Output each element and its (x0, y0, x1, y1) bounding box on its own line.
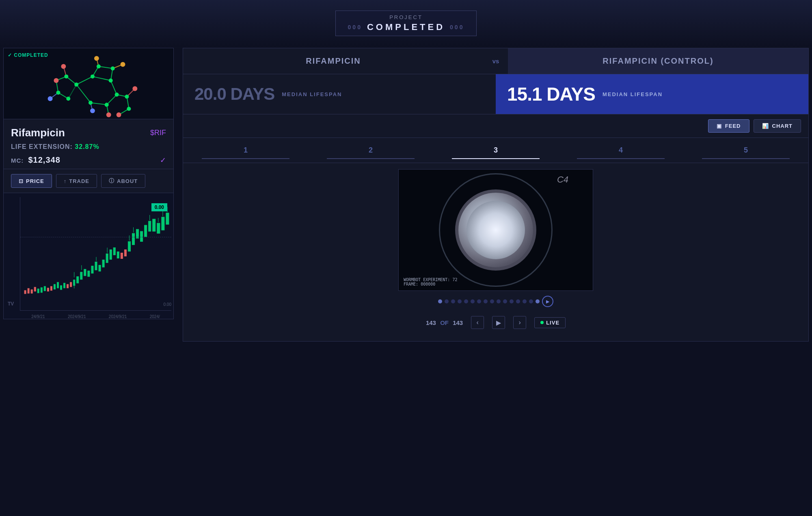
next-frame-button[interactable]: › (513, 316, 526, 329)
svg-rect-62 (77, 277, 79, 283)
lifespan-row: 20.0 DAYS MEDIAN LIFESPAN 15.1 DAYS MEDI… (183, 74, 808, 114)
svg-rect-58 (64, 283, 65, 288)
tab-price[interactable]: ⊡ PRICE (11, 174, 52, 188)
completed-label: 000 COMPLETED 000 (348, 22, 464, 32)
svg-rect-83 (157, 223, 160, 233)
svg-rect-85 (166, 213, 169, 224)
svg-point-36 (125, 95, 129, 99)
tradingview-logo: TV (8, 301, 14, 307)
svg-rect-54 (50, 286, 52, 290)
svg-rect-52 (44, 286, 45, 291)
svg-point-33 (54, 78, 58, 83)
svg-line-7 (99, 67, 113, 69)
progress-dot (529, 299, 533, 303)
num-tab-1[interactable]: 1 (183, 142, 308, 159)
svg-rect-46 (24, 290, 26, 294)
svg-rect-50 (37, 289, 39, 293)
progress-dot (464, 299, 468, 303)
svg-rect-55 (54, 284, 55, 289)
life-extension-row: LIFE EXTENSION: 32.87% (11, 143, 166, 150)
worm-image (455, 189, 536, 271)
svg-point-26 (109, 79, 113, 83)
feed-button[interactable]: ▣ FEED (708, 119, 749, 133)
progress-dot (490, 299, 494, 303)
play-button[interactable]: ▶ (542, 296, 553, 307)
prev-frame-button[interactable]: ‹ (471, 316, 484, 329)
svg-rect-65 (88, 271, 90, 277)
about-icon: ⓘ (109, 177, 114, 185)
progress-dot (484, 299, 488, 303)
svg-rect-67 (95, 262, 97, 270)
vs-divider: vs (484, 58, 508, 64)
life-extension-value: 32.87% (75, 143, 99, 150)
chart-button[interactable]: 📊 CHART (754, 119, 801, 133)
svg-point-42 (90, 108, 95, 113)
svg-rect-59 (67, 284, 69, 288)
progress-dot (458, 299, 462, 303)
life-extension-label: LIFE EXTENSION: (11, 143, 73, 150)
svg-rect-57 (60, 286, 62, 290)
video-overlay-text: WORMBOT EXPERIMENT: 72 FRAME: 000000 (404, 277, 457, 286)
num-tab-4[interactable]: 4 (558, 142, 683, 159)
svg-point-40 (61, 64, 66, 69)
mc-label: MC: $12,348 (11, 155, 60, 165)
svg-rect-76 (128, 241, 130, 251)
svg-line-13 (68, 84, 76, 99)
svg-rect-63 (80, 272, 82, 280)
svg-rect-81 (149, 221, 151, 231)
vs-header: RIFAMPICIN vs RIFAMPICIN (CONTROL) (183, 48, 808, 74)
svg-rect-77 (132, 233, 134, 245)
tab-trade[interactable]: ↑ TRADE (56, 174, 97, 188)
svg-rect-47 (28, 288, 29, 293)
progress-dot (523, 299, 527, 303)
svg-line-1 (93, 77, 111, 81)
num-tab-5[interactable]: 5 (683, 142, 808, 159)
svg-point-28 (105, 103, 109, 107)
dots-progress: ▶ (438, 291, 553, 312)
svg-rect-74 (121, 253, 123, 258)
progress-dot (497, 299, 501, 303)
svg-point-44 (121, 62, 125, 67)
progress-dot (438, 299, 442, 303)
num-tab-2[interactable]: 2 (308, 142, 433, 159)
svg-point-37 (127, 107, 131, 111)
left-panel: ✓ COMPLETED (3, 48, 174, 319)
check-icon: ✓ (160, 156, 166, 165)
monitor-icon: ▣ (717, 123, 722, 129)
svg-line-0 (76, 77, 93, 85)
svg-line-3 (107, 95, 117, 105)
treatment-label: RIFAMPICIN (183, 48, 484, 74)
project-label: PROJECT (348, 14, 464, 20)
project-completed-box: PROJECT 000 COMPLETED 000 (335, 11, 477, 36)
x-axis-labels: 24/9/21 2024/9/21 2024/9/21 2024/ (20, 314, 171, 319)
trade-icon: ↑ (64, 178, 67, 184)
navigation-row: 143 OF 143 ‹ ▶ › LIVE (426, 312, 566, 335)
chart-tooltip: 0.00 (151, 203, 167, 211)
svg-rect-69 (102, 260, 104, 267)
svg-rect-75 (124, 249, 126, 256)
svg-point-24 (74, 83, 78, 87)
svg-point-31 (111, 67, 115, 71)
num-tab-3[interactable]: 3 (433, 142, 558, 159)
progress-dot (451, 299, 455, 303)
svg-point-43 (48, 96, 53, 101)
chart-icon: 📊 (762, 123, 769, 129)
svg-line-5 (76, 84, 91, 103)
svg-rect-71 (110, 249, 112, 259)
svg-rect-53 (47, 288, 49, 291)
treatment-lifespan-label: MEDIAN LIFESPAN (282, 91, 342, 97)
play-frame-button[interactable]: ▶ (492, 316, 505, 329)
svg-rect-61 (73, 280, 75, 286)
svg-line-2 (111, 81, 117, 95)
svg-rect-66 (91, 266, 93, 273)
svg-point-38 (117, 112, 121, 117)
svg-point-41 (132, 86, 137, 91)
svg-rect-80 (145, 225, 147, 236)
completed-text: COMPLETED (367, 22, 445, 32)
svg-point-39 (106, 112, 111, 117)
progress-dot (503, 299, 507, 303)
tab-about[interactable]: ⓘ ABOUT (101, 174, 145, 188)
price-icon: ⊡ (19, 178, 24, 184)
left-panel-tabs: ⊡ PRICE ↑ TRADE ⓘ ABOUT (4, 169, 173, 193)
molecule-visualization (4, 48, 173, 119)
